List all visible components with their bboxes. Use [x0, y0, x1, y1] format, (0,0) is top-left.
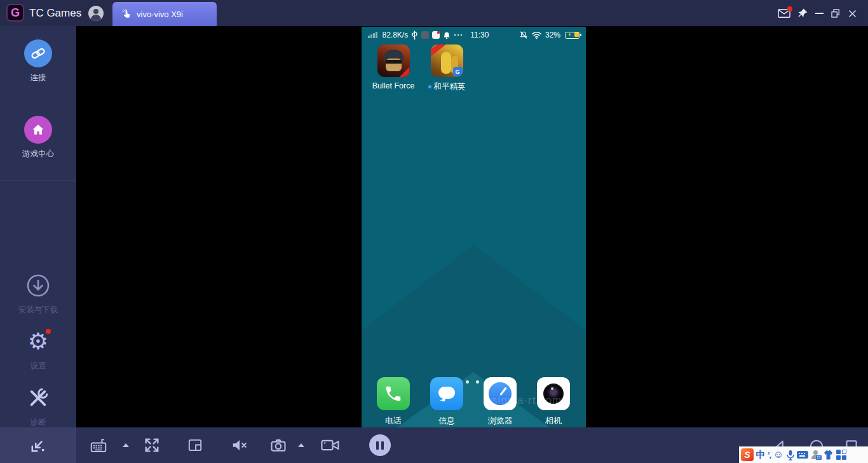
pause-icon: [369, 434, 391, 456]
sidebar-item-label: 游戏中心: [0, 149, 76, 160]
signal-icon: [368, 32, 377, 38]
fullscreen-button[interactable]: [141, 427, 163, 463]
dock-label: 浏览器: [473, 415, 527, 427]
app-peace-elite[interactable]: G 和平精英: [415, 45, 478, 92]
wifi-icon: [531, 31, 542, 39]
keymapping-expand-button[interactable]: [121, 427, 131, 463]
close-icon: [848, 9, 857, 18]
sidebar-item-label: 连接: [0, 73, 76, 83]
dock-label: 信息: [420, 415, 473, 427]
ime-skin-button[interactable]: [823, 450, 834, 460]
user-avatar[interactable]: [88, 6, 104, 21]
notification-app-icon: [432, 31, 440, 39]
screenshot-button[interactable]: [267, 427, 290, 463]
messages-button[interactable]: [776, 6, 792, 21]
speaker-mute-icon: [230, 437, 249, 453]
device-tab-label: vivo-vivo X9i: [137, 10, 183, 19]
ime-voice-button[interactable]: [786, 450, 795, 460]
ime-keyboard-button[interactable]: [797, 451, 808, 459]
screen-ratio-icon: [186, 437, 204, 453]
touch-icon: [121, 9, 132, 19]
gear-icon: ⚙: [24, 328, 52, 356]
app-label: 和平精英: [415, 81, 478, 92]
more-notifications: ···: [454, 31, 463, 39]
mute-button[interactable]: [227, 427, 252, 463]
messages-app-icon: [430, 377, 463, 410]
settings-notification-dot: [46, 329, 51, 334]
microphone-icon: [786, 450, 795, 460]
dock-app-phone[interactable]: 电话: [367, 377, 420, 427]
bullet-force-app-icon: [377, 45, 410, 77]
sidebar-item-diagnosis[interactable]: 诊断: [0, 384, 76, 428]
caret-up-icon: [298, 443, 304, 447]
sidebar-item-label: 诊断: [0, 417, 76, 428]
notification-app-icon: [421, 31, 429, 39]
phone-statusbar: 82.8K/s ··· 11:30: [362, 27, 586, 43]
sidebar-item-connect[interactable]: 连接: [0, 39, 76, 83]
video-camera-icon: [320, 437, 341, 453]
ime-account-button[interactable]: 13: [811, 450, 821, 460]
camera-icon: [269, 436, 288, 454]
restore-icon: [830, 8, 841, 19]
phone-screen[interactable]: 82.8K/s ··· 11:30: [362, 27, 586, 427]
ime-language-toggle[interactable]: 中: [756, 449, 766, 461]
sidebar-divider: [0, 180, 76, 181]
titlebar: G TC Games vivo-vivo X9i: [0, 0, 868, 26]
sidebar-item-game-center[interactable]: 游戏中心: [0, 116, 76, 160]
tools-icon: [24, 384, 52, 412]
watermark: sigma-rt.com: [492, 394, 562, 407]
mute-icon: [519, 31, 528, 39]
pin-on-top-button[interactable]: [795, 6, 810, 21]
pin-icon: [797, 8, 808, 19]
clock: 11:30: [470, 31, 489, 39]
bell-icon: [443, 31, 451, 39]
ime-more-button[interactable]: [836, 450, 846, 460]
minimize-icon: [815, 13, 824, 14]
fullscreen-icon: [143, 436, 161, 454]
keymapping-button[interactable]: [88, 427, 109, 463]
network-speed: 82.8K/s: [383, 31, 409, 39]
bottom-toolbar: [0, 427, 868, 463]
ime-punctuation-toggle[interactable]: ’,: [768, 450, 771, 460]
battery-icon: [565, 32, 580, 39]
ime-toolbar: S 中 ’, ☺ 13: [739, 446, 868, 463]
sidebar-item-label: 安装与下载: [0, 305, 76, 315]
mail-notification-dot: [787, 6, 792, 11]
screen-ratio-button[interactable]: [184, 427, 206, 463]
home-icon: [24, 116, 52, 144]
tc-games-logo-icon: G: [6, 4, 24, 22]
tc-games-window: G TC Games vivo-vivo X9i: [0, 0, 868, 463]
sidebar: 连接 游戏中心 安装与下载 ⚙: [0, 26, 76, 427]
screen-record-button[interactable]: [318, 427, 343, 463]
restore-button[interactable]: [828, 6, 843, 21]
sidebar-item-install-download[interactable]: 安装与下载: [0, 272, 76, 315]
sogou-logo-icon[interactable]: S: [741, 448, 754, 461]
minimize-button[interactable]: [811, 6, 827, 21]
device-tab[interactable]: vivo-vivo X9i: [112, 2, 217, 26]
usb-icon: [411, 31, 418, 40]
new-app-dot: [428, 85, 431, 88]
caret-up-icon: [123, 443, 129, 447]
close-button[interactable]: [844, 6, 860, 21]
sidebar-item-settings[interactable]: ⚙ 设置: [0, 328, 76, 371]
battery-percent: 32%: [545, 31, 560, 39]
peace-elite-app-icon: G: [431, 45, 463, 77]
dock-label: 电话: [367, 415, 420, 427]
hide-toolbar-button[interactable]: [0, 427, 76, 463]
phone-app-icon: [377, 377, 410, 410]
dock-app-messages[interactable]: 信息: [420, 377, 473, 427]
keyboard-icon: [89, 437, 108, 453]
emoji-button[interactable]: ☺: [773, 450, 783, 460]
collapse-icon: [30, 437, 46, 453]
screenshot-expand-button[interactable]: [296, 427, 306, 463]
pause-button[interactable]: [369, 427, 391, 463]
app-title: TC Games: [29, 0, 81, 26]
link-icon: [24, 39, 52, 67]
download-icon: [24, 272, 52, 300]
sidebar-item-label: 设置: [0, 361, 76, 371]
dock-label: 相机: [527, 415, 580, 427]
